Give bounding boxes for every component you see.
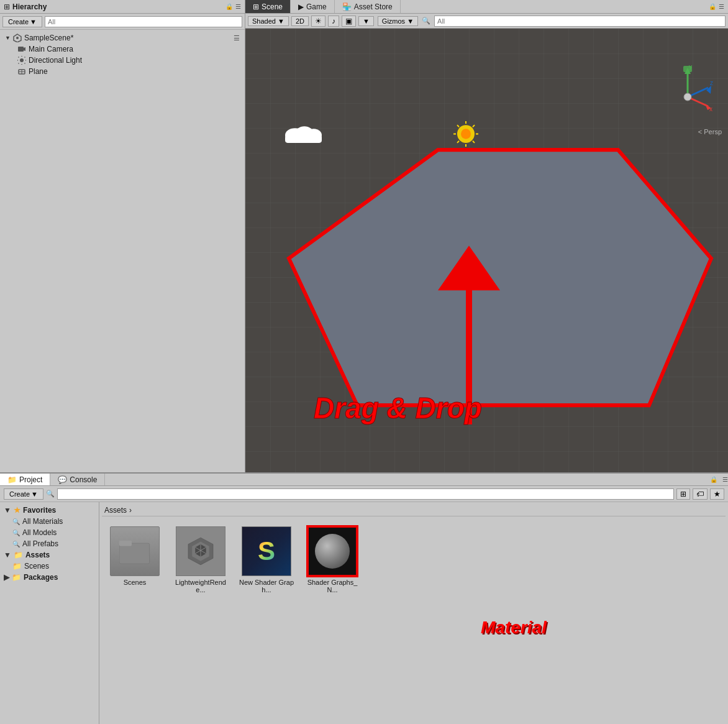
create-dropdown-icon: ▼ — [30, 18, 37, 25]
tab-asset-store[interactable]: 🏪 Asset Store — [335, 0, 401, 13]
sidebar-item-all-materials[interactable]: 🔍 All Materials — [0, 516, 99, 527]
gizmos-button[interactable]: Gizmos ▼ — [378, 16, 418, 26]
svg-marker-17 — [289, 150, 711, 405]
sidebar-item-scenes[interactable]: 📁 Scenes — [0, 561, 99, 572]
hierarchy-create-button[interactable]: Create ▼ — [2, 16, 42, 27]
svg-point-20 — [457, 125, 475, 143]
svg-point-30 — [285, 128, 305, 142]
scene-panel-lock-icon[interactable]: 🔒 — [709, 3, 716, 10]
hierarchy-grid-icon: ⊞ — [4, 2, 10, 11]
svg-rect-33 — [285, 135, 322, 143]
favorites-expand-icon: ▼ — [4, 506, 11, 515]
asset-lightweight[interactable]: LightweightRende... — [173, 526, 229, 593]
tab-game[interactable]: ▶ Game — [291, 0, 335, 13]
svg-rect-2 — [18, 47, 24, 52]
sidebar-item-all-prefabs[interactable]: 🔍 All Prefabs — [0, 538, 99, 549]
svg-point-32 — [306, 129, 322, 142]
scene-gizmo-axes: y x z — [660, 63, 716, 119]
console-tab-label: Console — [70, 475, 97, 484]
asset-shader[interactable]: S New Shader Graph... — [239, 526, 294, 593]
shader-thumb: S — [242, 526, 291, 576]
assets-expand-icon: ▼ — [4, 551, 11, 559]
scene-btn-extra[interactable]: ▼ — [358, 16, 374, 26]
hierarchy-lock-icon[interactable]: 🔒 — [225, 3, 233, 10]
scene-root-item[interactable]: ▼ SampleScene* ☰ — [0, 32, 245, 44]
assets-folder-icon: 📁 — [14, 551, 23, 559]
hierarchy-title: Hierarchy — [12, 2, 47, 11]
plane-label: Plane — [29, 67, 48, 76]
hierarchy-search-input[interactable] — [45, 16, 242, 27]
hierarchy-item-plane[interactable]: Plane — [0, 66, 245, 77]
tab-project[interactable]: 📁 Project — [0, 474, 50, 485]
scene-expand-icon: ▼ — [5, 35, 11, 41]
material-annotation-label: Material — [481, 618, 547, 638]
hierarchy-item-directional-light[interactable]: Directional Light — [0, 55, 245, 66]
sidebar-packages-header[interactable]: ▶ 📁 Packages — [0, 572, 99, 583]
all-materials-icon: 🔍 — [12, 518, 20, 525]
packages-label: Packages — [24, 573, 58, 582]
project-sidebar: ▼ ★ Favorites 🔍 All Materials 🔍 All Mode… — [0, 502, 99, 724]
hierarchy-menu-icon[interactable]: ☰ — [235, 3, 241, 10]
scene-menu-icon[interactable]: ☰ — [234, 34, 240, 42]
breadcrumb-assets[interactable]: Assets — [104, 506, 127, 515]
tab-scene[interactable]: ⊞ Scene — [245, 0, 291, 13]
project-panel-menu-icon[interactable]: ☰ — [722, 476, 728, 483]
svg-rect-48 — [119, 541, 132, 546]
scenes-thumb — [110, 526, 160, 576]
favorites-label: Favorites — [23, 506, 56, 515]
directional-light-label: Directional Light — [29, 56, 82, 65]
shader-asset-label: New Shader Graph... — [239, 579, 294, 593]
scene-viewport[interactable]: Drag & Drop y x z — [245, 29, 728, 472]
svg-rect-46 — [119, 543, 150, 564]
fx-toggle[interactable]: ▣ — [342, 16, 356, 27]
lighting-toggle[interactable]: ☀ — [311, 16, 325, 27]
asset-material[interactable]: Shader Graphs_N... — [304, 526, 360, 593]
svg-marker-42 — [706, 86, 711, 94]
asset-scenes[interactable]: Scenes — [107, 526, 163, 586]
all-prefabs-icon: 🔍 — [12, 541, 20, 548]
project-content: ▼ ★ Favorites 🔍 All Materials 🔍 All Mode… — [0, 502, 728, 724]
bottom-section: 📁 Project 💬 Console 🔒 ☰ Create ▼ 🔍 ⊞ 🏷 ★… — [0, 472, 728, 724]
sidebar-item-all-models[interactable]: 🔍 All Models — [0, 527, 99, 538]
scene-tab-icon: ⊞ — [253, 2, 259, 11]
scenes-asset-label: Scenes — [124, 579, 147, 586]
project-bookmark-btn[interactable]: 🏷 — [693, 488, 708, 500]
svg-line-9 — [19, 57, 19, 58]
packages-folder-icon: 📁 — [12, 573, 21, 582]
all-prefabs-label: All Prefabs — [22, 539, 58, 548]
project-main: Assets › Scenes — [99, 502, 728, 724]
hierarchy-header: ⊞ Hierarchy 🔒 ☰ — [0, 0, 245, 14]
sidebar-assets-header[interactable]: ▼ 📁 Assets — [0, 549, 99, 561]
scene-icon — [13, 34, 22, 42]
hierarchy-toolbar: Create ▼ — [0, 14, 245, 30]
scene-panel-menu-icon[interactable]: ☰ — [719, 3, 724, 10]
project-search-input[interactable] — [57, 488, 674, 500]
scene-search-label: 🔍 — [421, 17, 432, 25]
mode-2d-button[interactable]: 2D — [291, 16, 309, 26]
project-create-button[interactable]: Create ▼ — [4, 488, 43, 500]
tab-console[interactable]: 💬 Console — [50, 474, 105, 485]
camera-icon — [17, 45, 26, 53]
svg-point-1 — [16, 37, 19, 39]
sidebar-favorites-header[interactable]: ▼ ★ Favorites — [0, 505, 99, 516]
project-panel-lock-icon[interactable]: 🔒 — [710, 476, 717, 483]
all-models-icon: 🔍 — [12, 529, 20, 536]
project-view-toggle[interactable]: ⊞ — [676, 488, 690, 500]
all-models-label: All Models — [22, 528, 57, 537]
asset-store-tab-icon: 🏪 — [342, 2, 352, 11]
scene-search-input[interactable] — [434, 16, 726, 27]
svg-line-11 — [25, 57, 25, 58]
light-icon — [17, 56, 26, 65]
asset-store-tab-label: Asset Store — [354, 2, 393, 11]
hierarchy-item-main-camera[interactable]: Main Camera — [0, 44, 245, 55]
hierarchy-content: ▼ SampleScene* ☰ Main Camera — [0, 30, 245, 472]
material-sphere — [315, 534, 350, 569]
material-asset-label: Shader Graphs_N... — [304, 579, 360, 593]
project-star-btn[interactable]: ★ — [710, 488, 724, 500]
assets-grid: Scenes — [102, 521, 726, 598]
main-camera-label: Main Camera — [29, 45, 73, 53]
shading-dropdown[interactable]: Shaded ▼ — [248, 16, 289, 26]
scene-toolbar: Shaded ▼ 2D ☀ ♪ ▣ ▼ Gizmos ▼ 🔍 — [245, 14, 728, 29]
audio-toggle[interactable]: ♪ — [328, 16, 339, 27]
project-tab-label: Project — [19, 475, 42, 484]
